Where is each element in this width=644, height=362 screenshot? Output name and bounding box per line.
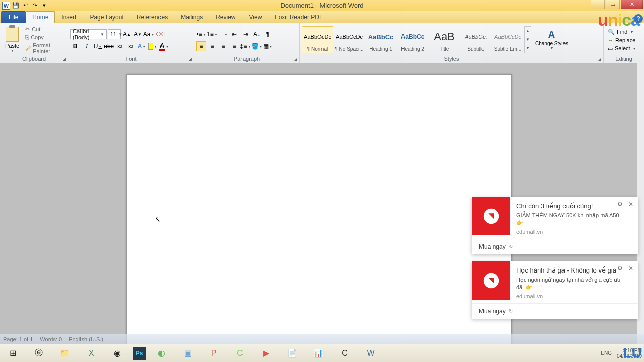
tab-file[interactable]: File	[1, 11, 26, 23]
styles-spinner[interactable]: ▲ ▼ ▾	[524, 26, 531, 53]
line-spacing-button[interactable]: ‡≡▼	[240, 41, 251, 51]
powerpoint-icon[interactable]: P	[203, 346, 224, 361]
styles-launcher[interactable]: ◢	[596, 56, 602, 62]
style-item-3[interactable]: AaBbCcHeading 2	[397, 26, 428, 53]
align-right-button[interactable]: ≡	[218, 41, 228, 51]
styles-more[interactable]: ▾	[525, 44, 531, 52]
tab-references[interactable]: References	[130, 11, 174, 23]
paragraph-launcher[interactable]: ◢	[292, 56, 298, 62]
save-icon[interactable]: 💾	[12, 2, 20, 10]
shading-button[interactable]: 🪣▼	[252, 41, 262, 51]
numbering-button[interactable]: 1≡▼	[207, 29, 217, 39]
minimize-button[interactable]: ─	[591, 0, 605, 9]
chrome-icon[interactable]: ◉	[107, 346, 128, 361]
ie-icon[interactable]: ⓔ	[28, 346, 49, 361]
pdf-icon[interactable]: 📄	[282, 346, 303, 361]
multilevel-button[interactable]: ≣▼	[218, 29, 228, 39]
coccoc-icon[interactable]: ◐	[151, 346, 172, 361]
tab-insert[interactable]: Insert	[55, 11, 83, 23]
status-language[interactable]: English (U.S.)	[69, 336, 103, 342]
document-page[interactable]	[126, 74, 512, 344]
change-styles-button[interactable]: A Change Styles ▼	[532, 27, 571, 52]
notification-settings-icon[interactable]: ⚙	[616, 264, 624, 273]
shrink-font-button[interactable]: A▼	[133, 29, 143, 39]
style-item-5[interactable]: AaBbCc.Subtitle	[460, 26, 492, 53]
explorer-icon[interactable]: 📁	[54, 346, 75, 361]
camtasia-icon[interactable]: C	[229, 346, 251, 361]
clipboard-launcher[interactable]: ◢	[61, 56, 67, 62]
style-item-0[interactable]: AaBbCcDc¶ Normal	[302, 26, 333, 53]
start-button[interactable]: ⊞	[2, 346, 23, 361]
copy-button[interactable]: ⎘Copy	[23, 34, 66, 41]
tray-lang[interactable]: ENG	[601, 350, 612, 356]
maximize-button[interactable]: ▭	[606, 0, 620, 9]
photoshop-icon[interactable]: Ps	[133, 347, 146, 360]
excel-icon[interactable]: X	[80, 346, 102, 361]
style-item-4[interactable]: AaBTitle	[429, 26, 460, 53]
strikethrough-button[interactable]: abc	[104, 41, 114, 51]
excel2-icon[interactable]: 📊	[308, 346, 329, 361]
superscript-button[interactable]: x2	[126, 41, 136, 51]
show-marks-button[interactable]: ¶	[263, 29, 273, 39]
style-item-1[interactable]: AaBbCcDc¶ No Spaci...	[334, 26, 365, 53]
notification-action-button[interactable]: Mua ngay↻	[472, 239, 638, 254]
redo-icon[interactable]: ↷	[31, 2, 39, 10]
tab-page-layout[interactable]: Page Layout	[83, 11, 130, 23]
align-center-button[interactable]: ≡	[207, 41, 217, 51]
change-case-button[interactable]: Aa▼	[144, 29, 154, 39]
word-app-icon[interactable]: W	[2, 2, 10, 10]
bullets-button[interactable]: •≡▼	[196, 29, 206, 39]
text-effects-button[interactable]: A▼	[137, 41, 147, 51]
find-button[interactable]: 🔍Find▼	[606, 28, 638, 36]
justify-button[interactable]: ≡	[229, 41, 239, 51]
align-left-button[interactable]: ≡	[196, 41, 206, 51]
increase-indent-button[interactable]: ⇥	[240, 29, 251, 39]
vertical-scrollbar[interactable]	[637, 63, 644, 344]
notification-settings-icon[interactable]: ⚙	[616, 200, 624, 208]
notification-1[interactable]: Chỉ còn 3 tiếng cuối cùng! GIẢM THÊM NGA…	[472, 197, 638, 254]
undo-icon[interactable]: ↶	[21, 2, 29, 10]
style-item-6[interactable]: AaBbCcDcSubtle Em...	[492, 26, 523, 53]
sort-button[interactable]: A↓	[252, 29, 262, 39]
style-item-2[interactable]: AaBbCcHeading 1	[365, 26, 396, 53]
borders-button[interactable]: ▦▼	[263, 41, 273, 51]
tab-mailings[interactable]: Mailings	[174, 11, 209, 23]
replace-button[interactable]: ↔Replace	[606, 37, 638, 44]
styles-gallery[interactable]: AaBbCcDc¶ NormalAaBbCcDc¶ No Spaci...AaB…	[302, 26, 523, 54]
notification-action-button[interactable]: Mua ngay↻	[472, 303, 638, 319]
tab-foxit[interactable]: Foxit Reader PDF	[268, 11, 330, 23]
close-button[interactable]: ✕	[621, 0, 643, 9]
status-page[interactable]: Page: 1 of 1	[3, 336, 33, 342]
select-button[interactable]: ▭Select▼	[606, 45, 638, 52]
underline-button[interactable]: U▼	[93, 41, 103, 51]
paste-button[interactable]: Paste ▼	[2, 26, 22, 53]
status-words[interactable]: Words: 0	[40, 336, 62, 342]
app-icon-2[interactable]: C	[334, 346, 355, 361]
help-icon[interactable]: ?	[634, 14, 643, 23]
clear-formatting-button[interactable]: ⌫	[155, 29, 165, 39]
styles-row-down[interactable]: ▼	[525, 35, 531, 44]
format-painter-button[interactable]: 🖌Format Painter	[23, 42, 66, 55]
font-name-combo[interactable]: Calibri (Body)▼	[70, 29, 107, 39]
tab-home[interactable]: Home	[26, 11, 55, 23]
qat-customize-icon[interactable]: ▾	[40, 2, 48, 10]
italic-button[interactable]: I	[82, 41, 92, 51]
app-icon-1[interactable]: ▣	[177, 346, 198, 361]
font-color-button[interactable]: A▼	[159, 41, 169, 51]
font-launcher[interactable]: ◢	[187, 56, 193, 62]
notification-close-icon[interactable]: ✕	[627, 200, 635, 208]
subscript-button[interactable]: x2	[115, 41, 125, 51]
player-icon[interactable]: ▶	[256, 346, 277, 361]
tab-review[interactable]: Review	[209, 11, 242, 23]
font-size-combo[interactable]: 11▼	[108, 29, 121, 39]
grow-font-button[interactable]: A▲	[122, 29, 132, 39]
bold-button[interactable]: B	[70, 41, 80, 51]
decrease-indent-button[interactable]: ⇤	[229, 29, 239, 39]
notification-2[interactable]: Học hành thả ga - Không lo về giá Học ng…	[472, 261, 638, 319]
styles-row-up[interactable]: ▲	[525, 27, 531, 35]
word-taskbar-icon[interactable]: W	[360, 346, 381, 361]
tab-view[interactable]: View	[243, 11, 269, 23]
tray-clock[interactable]: 9:10 PM04/06/2019	[617, 348, 642, 359]
notification-close-icon[interactable]: ✕	[627, 264, 635, 273]
cut-button[interactable]: ✂Cut	[23, 25, 66, 33]
